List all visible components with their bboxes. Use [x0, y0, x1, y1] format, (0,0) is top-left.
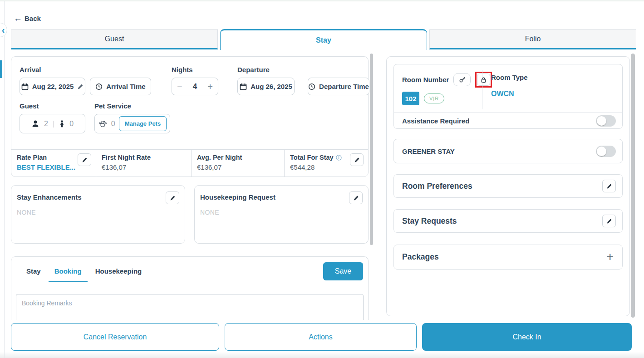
left-column-scrollbar[interactable]: [370, 54, 373, 245]
departure-date-button[interactable]: Aug 26, 2025: [237, 78, 295, 95]
total-stay-column: Total For Stay €544,28: [284, 150, 368, 177]
drawer-active-indicator: [0, 60, 2, 78]
nights-decrement-button[interactable]: −: [177, 82, 182, 91]
housekeeping-request-title: Housekeeping Request: [200, 191, 275, 201]
stay-requests-card: Stay Requests: [393, 209, 623, 233]
edit-stay-requests-button[interactable]: [602, 215, 616, 227]
manage-pets-button[interactable]: Manage Pets: [119, 116, 167, 131]
pencil-icon: [606, 183, 612, 189]
page-scrollbar[interactable]: [631, 54, 635, 318]
arrival-date-value: Aug 22, 2025: [32, 83, 74, 90]
remarks-tab-housekeeping[interactable]: Housekeeping: [89, 265, 148, 282]
greener-stay-label: GREENER STAY: [402, 147, 455, 155]
toggle-knob: [597, 147, 606, 156]
tab-guest[interactable]: Guest: [11, 29, 218, 49]
assistance-required-toggle[interactable]: [596, 115, 616, 127]
calendar-icon: [240, 83, 247, 90]
back-label: Back: [25, 15, 41, 22]
edit-pencil-icon[interactable]: [77, 83, 84, 90]
arrival-time-label: Arrival Time: [106, 83, 145, 90]
room-type-divider: [482, 70, 482, 109]
remarks-tab-stay[interactable]: Stay: [20, 265, 47, 282]
pencil-icon: [606, 218, 612, 224]
departure-time-label: Departure Time: [319, 83, 369, 90]
room-type-link[interactable]: OWCN: [491, 90, 514, 98]
guest-label: Guest: [20, 102, 85, 110]
edit-rate-plan-button[interactable]: [78, 153, 91, 166]
first-night-label: First Night Rate: [102, 154, 186, 161]
edit-total-button[interactable]: [350, 153, 364, 166]
tab-folio[interactable]: Folio: [429, 29, 636, 49]
paw-icon: [98, 120, 108, 128]
adult-icon: [31, 120, 39, 128]
arrival-label: Arrival: [20, 66, 151, 74]
save-button[interactable]: Save: [323, 262, 363, 280]
tab-stay[interactable]: Stay: [220, 29, 427, 50]
edit-stay-enhancements-button[interactable]: [166, 191, 179, 204]
departure-date-value: Aug 26, 2025: [251, 83, 292, 90]
info-icon[interactable]: [336, 155, 342, 161]
arrival-group: Arrival Aug 22, 2025 Arrival Time: [20, 66, 151, 95]
avg-night-column: Avg. Per Night €136,07: [191, 150, 284, 177]
lock-button[interactable]: [477, 74, 490, 86]
first-night-value: €136,07: [102, 163, 186, 171]
nights-group: Nights − 4 +: [172, 66, 218, 95]
nights-stepper: − 4 +: [172, 78, 218, 95]
top-divider: [0, 0, 644, 1]
back-link[interactable]: ← Back: [14, 14, 41, 23]
left-panel-divider: [4, 1, 5, 358]
cancel-reservation-button[interactable]: Cancel Reservation: [11, 323, 219, 351]
key-icon: [459, 76, 466, 83]
add-package-button[interactable]: +: [604, 251, 616, 263]
total-stay-label: Total For Stay: [290, 154, 334, 161]
lock-highlight-box: [475, 72, 492, 88]
stay-enhancements-card: Stay Enhancements NONE: [11, 185, 185, 244]
stay-details-card: Arrival Aug 22, 2025 Arrival Time Nights…: [11, 56, 369, 177]
housekeeping-request-value: NONE: [200, 209, 363, 216]
room-type-label: Room Type: [491, 74, 528, 81]
arrival-time-button[interactable]: Arrival Time: [90, 78, 151, 95]
room-preferences-title: Room Preferences: [402, 181, 472, 191]
rate-plan-column: Rate Plan BEST FLEXIBLE...: [11, 150, 96, 177]
room-preferences-card: Room Preferences: [393, 174, 623, 198]
pencil-icon: [353, 195, 359, 201]
housekeeping-request-card: Housekeeping Request NONE: [194, 185, 369, 244]
room-number-label: Room Number: [402, 76, 449, 83]
edit-room-preferences-button[interactable]: [602, 180, 616, 192]
footer-action-bar: Cancel Reservation Actions Check In: [0, 320, 644, 358]
key-button[interactable]: [453, 73, 471, 86]
count-divider: |: [53, 119, 54, 128]
guest-count-group: Guest 2 | 0: [20, 102, 85, 133]
remarks-card: Stay Booking Housekeeping Save: [11, 256, 369, 329]
adult-count: 2: [44, 120, 48, 128]
actions-button[interactable]: Actions: [225, 323, 417, 351]
pencil-icon: [82, 157, 88, 163]
collapse-panel-button[interactable]: ‹: [0, 23, 7, 37]
stay-enhancements-title: Stay Enhancements: [17, 191, 82, 201]
guest-count-box[interactable]: 2 | 0: [20, 114, 85, 133]
pet-count-box: 0 Manage Pets: [94, 114, 170, 133]
departure-time-button[interactable]: Departure Time: [308, 78, 369, 95]
check-in-button[interactable]: Check In: [422, 323, 632, 351]
remarks-tab-booking[interactable]: Booking: [49, 265, 88, 282]
greener-stay-toggle[interactable]: [596, 146, 616, 157]
avg-night-value: €136,07: [197, 163, 279, 171]
rate-summary-strip: Rate Plan BEST FLEXIBLE... First Night R…: [11, 149, 368, 177]
nights-increment-button[interactable]: +: [207, 82, 213, 91]
stay-requests-title: Stay Requests: [402, 216, 457, 226]
assistance-required-label: Assistance Required: [402, 117, 469, 125]
reservation-page: ‹ ← Back Guest Stay Folio Arrival Aug 22…: [0, 0, 644, 358]
room-number-card: Room Number 102 V|R Room Type OWCN Assis…: [393, 64, 623, 129]
pet-service-group: Pet Service 0 Manage Pets: [94, 102, 170, 133]
pencil-icon: [354, 157, 360, 163]
first-night-column: First Night Rate €136,07: [96, 150, 191, 177]
edit-housekeeping-request-button[interactable]: [349, 191, 363, 204]
room-status-badge: V|R: [424, 93, 444, 103]
remarks-tabs: Stay Booking Housekeeping: [20, 265, 147, 282]
departure-group: Departure Aug 26, 2025 Departure Time: [237, 66, 369, 95]
arrival-date-button[interactable]: Aug 22, 2025: [20, 78, 85, 95]
departure-label: Departure: [237, 66, 369, 74]
avg-night-label: Avg. Per Night: [197, 154, 279, 161]
pencil-icon: [170, 195, 176, 201]
room-panel: Room Number 102 V|R Room Type OWCN Assis…: [386, 56, 630, 316]
